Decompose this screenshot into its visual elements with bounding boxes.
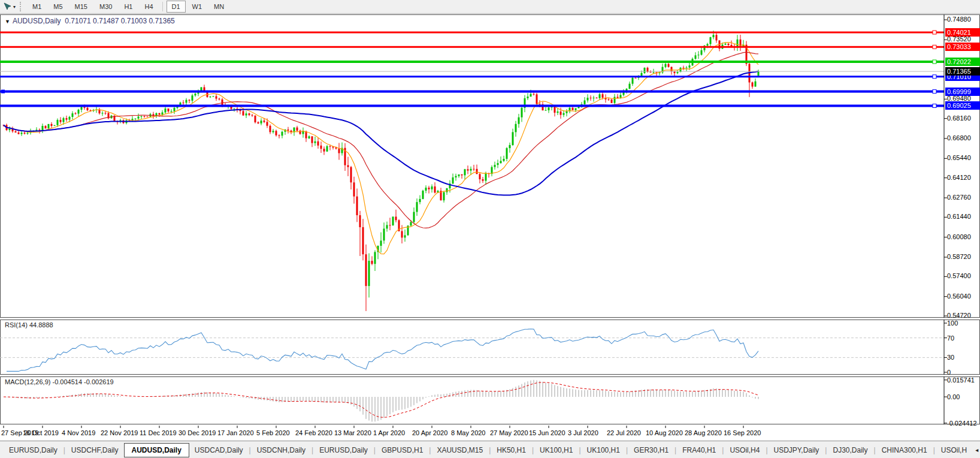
- symbol-tab-gbpusd-h1[interactable]: GBPUSD,H1: [376, 444, 428, 456]
- price-tick-label: 0.61440: [947, 213, 979, 220]
- chart-symbol: AUDUSD,Daily: [13, 17, 61, 25]
- timeframe-button-m15[interactable]: M15: [69, 1, 93, 13]
- toolbar-grip[interactable]: [20, 2, 23, 11]
- symbol-tab-hk50-h1[interactable]: HK50,H1: [491, 444, 531, 456]
- line-handle[interactable]: [933, 104, 936, 108]
- trading-terminal: ▾ M1M5M15M30H1H4D1W1MN ▼AUDUSD,Daily 0.7…: [0, 0, 980, 458]
- macd-tick-label: 0.015741: [947, 376, 979, 384]
- timeframe-button-h4[interactable]: H4: [139, 1, 158, 13]
- cursor-dropdown-icon[interactable]: ▾: [13, 4, 16, 10]
- symbol-tab-eurusd-daily[interactable]: EURUSD,Daily: [314, 444, 373, 456]
- symbol-tab-usdchf-daily[interactable]: USDCHF,Daily: [66, 444, 124, 456]
- chart-marker-icon: ▼: [5, 19, 10, 25]
- tab-scroll-controls: ◂ ▸: [972, 445, 980, 454]
- timeframe-button-w1[interactable]: W1: [187, 1, 208, 13]
- macd-label: MACD(12,26,9) -0.004514 -0.002619: [5, 378, 114, 385]
- main-panel-border: [1, 15, 980, 318]
- timeframe-buttons: M1M5M15M30H1H4D1W1MN: [26, 1, 230, 13]
- price-tick-label: 0.64120: [947, 174, 979, 181]
- symbol-tab-uk100-h1[interactable]: UK100,H1: [534, 444, 578, 456]
- level-price-label: 0.69025: [945, 101, 980, 110]
- date-tick-label: 30 Dec 2019: [179, 429, 216, 436]
- rsi-label: RSI(14) 44.8888: [5, 321, 53, 329]
- level-price-label: 0.74021: [945, 28, 980, 37]
- main-chart-canvas[interactable]: [0, 14, 980, 319]
- symbol-tab-ger30-h1[interactable]: GER30,H1: [628, 444, 674, 456]
- tab-scroll-left-icon[interactable]: ◂: [972, 445, 980, 454]
- timeframe-button-m30[interactable]: M30: [94, 1, 117, 13]
- symbol-tab-usdjpy-daily[interactable]: USDJPY,Daily: [769, 444, 825, 456]
- price-tick-label: 0.60080: [947, 233, 979, 240]
- macd-panel[interactable]: MACD(12,26,9) -0.004514 -0.002619 0.0157…: [0, 376, 980, 424]
- symbol-tab-usdcad-daily[interactable]: USDCAD,Daily: [189, 444, 249, 456]
- price-tick-label: 0.54720: [947, 312, 979, 319]
- symbol-tab-xauusd-m15[interactable]: XAUUSD,M15: [431, 444, 488, 456]
- horizontal-level-line[interactable]: [0, 61, 944, 63]
- symbol-tab-dj30-daily[interactable]: DJ30,Daily: [827, 444, 873, 456]
- timeframe-button-mn[interactable]: MN: [208, 1, 229, 13]
- symbol-tab-fra40-h1[interactable]: FRA40,H1: [677, 444, 721, 456]
- timeframe-button-m5[interactable]: M5: [48, 1, 68, 13]
- date-tick-label: 16 Oct 2019: [23, 429, 59, 436]
- toolbar-separator: [162, 2, 163, 11]
- price-tick-label: 0.56040: [947, 293, 979, 300]
- line-handle[interactable]: [933, 45, 936, 49]
- date-tick-label: 22 Nov 2019: [101, 429, 138, 436]
- date-tick-label: 28 Aug 2020: [685, 429, 722, 436]
- line-handle[interactable]: [933, 31, 936, 34]
- cursor-tool-icon[interactable]: [2, 1, 13, 12]
- level-price-label: 0.72022: [945, 58, 980, 66]
- date-tick-label: 13 Mar 2020: [334, 429, 371, 436]
- timeframe-button-h1[interactable]: H1: [119, 1, 138, 13]
- line-handle[interactable]: [1, 90, 5, 94]
- rsi-tick-label: 70: [947, 335, 979, 342]
- price-tick-label: 0.58720: [947, 253, 979, 260]
- symbol-tab-china300-h1[interactable]: CHINA300,H1: [876, 444, 933, 456]
- price-tick-label: 0.57400: [947, 272, 979, 279]
- symbol-tab-bar: EURUSD,Daily|USDCHF,DailyAUDUSD,DailyUSD…: [0, 441, 980, 458]
- chart-title: ▼AUDUSD,Daily 0.71071 0.71487 0.71003 0.…: [5, 17, 175, 25]
- date-tick-label: 4 Nov 2019: [62, 429, 95, 436]
- price-tick-label: 0.74880: [947, 16, 979, 23]
- timeframe-toolbar: ▾ M1M5M15M30H1H4D1W1MN: [0, 0, 980, 14]
- rsi-canvas[interactable]: [0, 320, 980, 376]
- chart-ohlc-values: 0.71071 0.71487 0.71003 0.71365: [65, 17, 175, 25]
- macd-tick-label: 0.00: [947, 393, 979, 400]
- timeframe-button-m1[interactable]: M1: [27, 1, 47, 13]
- date-tick-label: 15 Jun 2020: [529, 429, 565, 436]
- main-chart-panel[interactable]: ▼AUDUSD,Daily 0.71071 0.71487 0.71003 0.…: [0, 14, 980, 318]
- symbol-tab-usoil-h[interactable]: USOil,H: [936, 444, 972, 456]
- rsi-panel[interactable]: RSI(14) 44.8888 10070300: [0, 320, 980, 375]
- symbol-tab-eurusd-daily[interactable]: EURUSD,Daily: [4, 444, 63, 456]
- price-tick-label: 0.65440: [947, 154, 979, 161]
- symbol-tab-audusd-daily[interactable]: AUDUSD,Daily: [124, 443, 189, 457]
- timeframe-button-d1[interactable]: D1: [167, 1, 186, 13]
- date-tick-label: 16 Sep 2020: [724, 429, 761, 436]
- symbol-tab-usoil-h4[interactable]: USOil,H4: [724, 444, 765, 456]
- date-tick-label: 1 Apr 2020: [373, 429, 405, 436]
- line-handle[interactable]: [933, 60, 936, 64]
- date-tick-label: 3 Jul 2020: [568, 429, 598, 436]
- line-handle[interactable]: [933, 75, 936, 79]
- date-tick-label: 8 May 2020: [451, 429, 485, 436]
- symbol-tab-usdcnh-daily[interactable]: USDCNH,Daily: [252, 444, 311, 456]
- date-tick-label: 10 Aug 2020: [646, 429, 683, 436]
- date-axis[interactable]: 27 Sep 201916 Oct 20194 Nov 201922 Nov 2…: [0, 426, 980, 440]
- horizontal-level-line[interactable]: [0, 76, 944, 77]
- line-handle[interactable]: [933, 90, 936, 94]
- date-tick-label: 22 Jul 2020: [607, 429, 641, 436]
- horizontal-level-line[interactable]: [0, 105, 944, 107]
- symbol-tab-uk100-h1[interactable]: UK100,H1: [582, 444, 625, 456]
- horizontal-level-line[interactable]: [0, 91, 944, 93]
- date-tick-label: 20 Apr 2020: [412, 429, 447, 436]
- date-tick-label: 17 Jan 2020: [217, 429, 254, 436]
- horizontal-level-line[interactable]: [0, 46, 944, 48]
- rsi-tick-label: 30: [947, 354, 979, 361]
- horizontal-level-line[interactable]: [0, 32, 944, 34]
- date-tick-label: 24 Feb 2020: [295, 429, 332, 436]
- current-price-label: 0.71365: [945, 67, 980, 76]
- symbol-tabs: EURUSD,Daily|USDCHF,DailyAUDUSD,DailyUSD…: [4, 443, 972, 457]
- cursor-arrow-icon: [3, 2, 11, 11]
- macd-canvas[interactable]: [0, 376, 980, 426]
- date-tick-label: 11 Dec 2019: [140, 429, 177, 436]
